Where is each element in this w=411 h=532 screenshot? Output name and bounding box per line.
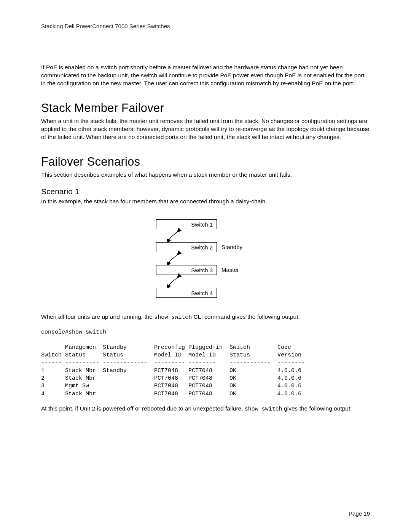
switch-box-2: Switch 2 (156, 242, 217, 252)
switch-role-2: Standby (221, 244, 242, 250)
inline-code: show switch (245, 406, 282, 412)
scenario-1-after-cli: At this point, if Unit 2 is powered off … (41, 405, 370, 413)
diagram-row: Switch 2 Standby (156, 242, 255, 265)
diagram-row: Switch 4 (156, 288, 255, 299)
switch-box-4: Switch 4 (156, 288, 217, 298)
document-page: Stacking Dell PowerConnect 7000 Series S… (0, 0, 411, 532)
stack-member-failover-body: When a unit in the stack fails, the mast… (41, 117, 370, 141)
inline-code: show switch (154, 314, 192, 321)
text: gives the following output: (282, 405, 352, 412)
text: At this point, if Unit 2 is powered off … (41, 405, 245, 412)
heading-failover-scenarios: Failover Scenarios (41, 155, 370, 169)
text: When all four units are up and running, … (41, 313, 154, 320)
scenario-1-after-diagram: When all four units are up and running, … (41, 313, 370, 321)
text: CLI command gives the following output: (192, 313, 299, 320)
running-header: Stacking Dell PowerConnect 7000 Series S… (41, 23, 370, 29)
cli-output-block: console#show switch Managemen Standby Pr… (41, 329, 370, 398)
switch-role-3: Master (221, 267, 239, 273)
heading-stack-member-failover: Stack Member Failover (41, 101, 370, 115)
scenario-1-intro: In this example, the stack has four memb… (41, 198, 370, 206)
switch-box-3: Switch 3 (156, 265, 217, 275)
diagram-row: Switch 1 (156, 219, 255, 242)
page-number: Page 19 (349, 510, 370, 517)
intro-paragraph: If PoE is enabled on a switch port short… (41, 64, 370, 88)
failover-scenarios-intro: This section describes examples of what … (41, 171, 370, 179)
heading-scenario-1: Scenario 1 (41, 187, 370, 196)
switch-box-1: Switch 1 (156, 219, 217, 229)
stack-topology-diagram: Switch 1 Switch 2 Standby (156, 219, 255, 299)
diagram-row: Switch 3 Master (156, 265, 255, 288)
